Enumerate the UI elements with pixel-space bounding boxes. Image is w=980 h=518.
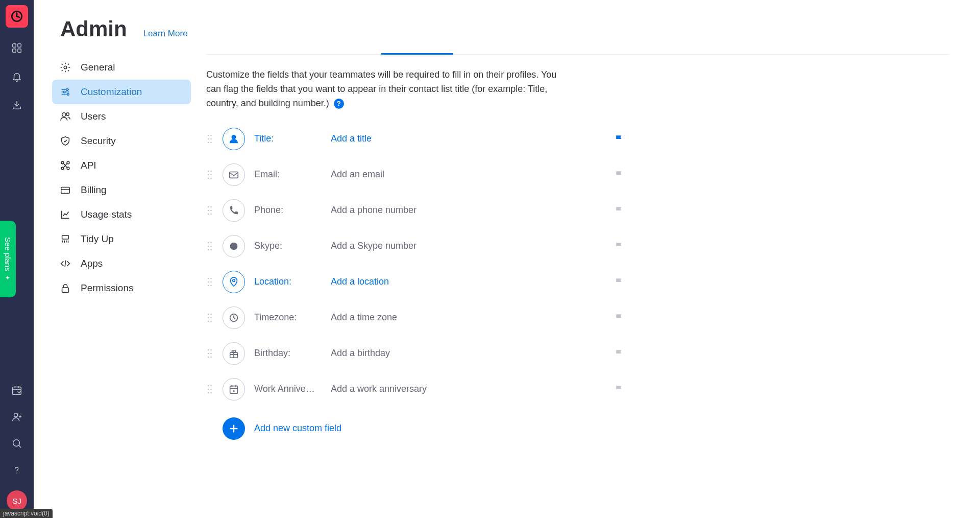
field-placeholder[interactable]: Add a time zone xyxy=(331,312,397,323)
svg-point-28 xyxy=(208,142,209,143)
sidebar-item-apps[interactable]: Apps xyxy=(52,251,191,276)
field-placeholder[interactable]: Add a title xyxy=(331,133,372,144)
drag-handle-icon[interactable] xyxy=(206,312,213,323)
flag-icon[interactable] xyxy=(614,205,625,216)
users-icon xyxy=(59,110,71,123)
drag-handle-icon[interactable] xyxy=(206,384,213,395)
flag-icon[interactable] xyxy=(614,348,625,359)
learn-more-link[interactable]: Learn More xyxy=(143,29,188,39)
sidebar-item-general[interactable]: General xyxy=(52,55,191,80)
sidebar-item-label: General xyxy=(81,62,115,73)
field-placeholder[interactable]: Add a Skype number xyxy=(331,241,416,251)
svg-text:S: S xyxy=(232,243,236,249)
svg-rect-4 xyxy=(18,44,21,47)
help-badge[interactable]: ? xyxy=(334,99,344,109)
main-panel: Branding Features Boards User profile Cu… xyxy=(206,49,980,516)
my-week-icon[interactable] xyxy=(11,384,23,396)
flag-icon[interactable] xyxy=(614,241,625,252)
inbox-icon[interactable] xyxy=(11,99,23,111)
avatar[interactable]: SJ xyxy=(7,490,27,511)
flag-icon[interactable] xyxy=(614,169,625,180)
field-placeholder[interactable]: Add a location xyxy=(331,276,389,287)
svg-point-75 xyxy=(208,388,209,390)
tab-boards[interactable]: Boards xyxy=(328,49,381,54)
sidebar-item-api[interactable]: API xyxy=(52,153,191,178)
svg-point-39 xyxy=(210,206,212,207)
description-text: Customize the fields that your teammates… xyxy=(206,68,574,111)
flag-icon[interactable] xyxy=(614,276,625,288)
svg-point-44 xyxy=(208,242,209,243)
page-title: Admin xyxy=(60,18,127,40)
svg-point-41 xyxy=(210,209,212,211)
svg-point-59 xyxy=(208,313,209,315)
sidebar-item-label: Tidy Up xyxy=(81,233,114,245)
svg-point-32 xyxy=(210,170,212,172)
svg-point-35 xyxy=(208,177,209,179)
field-placeholder[interactable]: Add a birthday xyxy=(331,348,390,359)
sidebar-item-label: API xyxy=(81,160,96,171)
svg-point-61 xyxy=(208,317,209,318)
svg-point-31 xyxy=(208,170,209,172)
field-placeholder[interactable]: Add an email xyxy=(331,169,384,180)
svg-point-70 xyxy=(208,356,209,358)
sidebar-item-label: Apps xyxy=(81,258,103,269)
add-field-row: Add new custom field xyxy=(223,417,625,440)
svg-point-24 xyxy=(208,134,209,136)
add-field-button[interactable] xyxy=(223,417,245,440)
sparkle-icon: ✦ xyxy=(5,274,12,281)
drag-handle-icon[interactable] xyxy=(206,241,213,252)
help-icon[interactable] xyxy=(11,464,23,476)
search-icon[interactable] xyxy=(11,437,23,450)
svg-point-77 xyxy=(208,392,209,393)
sidebar-item-tidy[interactable]: Tidy Up xyxy=(52,227,191,251)
svg-point-52 xyxy=(208,277,209,279)
field-label: Email: xyxy=(254,169,331,180)
flag-icon[interactable] xyxy=(614,312,625,323)
svg-rect-7 xyxy=(13,387,21,395)
invite-icon[interactable] xyxy=(11,411,23,423)
svg-point-56 xyxy=(208,285,209,286)
svg-point-9 xyxy=(13,440,20,446)
svg-point-53 xyxy=(210,277,212,279)
sidebar-item-users[interactable]: Users xyxy=(52,104,191,129)
sidebar-item-customization[interactable]: Customization xyxy=(52,80,191,104)
sidebar-item-billing[interactable]: Billing xyxy=(52,178,191,202)
sidebar-item-label: Usage stats xyxy=(81,209,132,220)
pin-icon xyxy=(223,271,245,293)
app-logo[interactable] xyxy=(6,5,28,28)
svg-point-8 xyxy=(14,413,18,417)
field-label: Title: xyxy=(254,133,331,144)
svg-point-76 xyxy=(210,388,212,390)
tab-branding[interactable]: Branding xyxy=(206,49,267,54)
sidebar-item-security[interactable]: Security xyxy=(52,129,191,153)
field-placeholder[interactable]: Add a phone number xyxy=(331,205,416,216)
drag-handle-icon[interactable] xyxy=(206,133,213,145)
svg-line-2 xyxy=(17,16,19,17)
sidebar-item-label: Security xyxy=(81,135,116,147)
field-placeholder[interactable]: Add a work anniversary xyxy=(331,384,427,394)
svg-point-71 xyxy=(210,356,212,358)
tab-features[interactable]: Features xyxy=(267,49,328,54)
see-plans-button[interactable]: ✦See plans xyxy=(0,221,16,297)
svg-point-38 xyxy=(208,206,209,207)
drag-handle-icon[interactable] xyxy=(206,276,213,288)
tab-user-profile[interactable]: User profile xyxy=(381,49,453,54)
notifications-icon[interactable] xyxy=(11,70,23,83)
logo-icon xyxy=(10,10,23,23)
drag-handle-icon[interactable] xyxy=(206,169,213,180)
svg-point-78 xyxy=(210,392,212,393)
svg-rect-22 xyxy=(62,236,69,239)
svg-point-60 xyxy=(210,313,212,315)
svg-rect-23 xyxy=(62,288,69,292)
flag-icon[interactable] xyxy=(614,133,625,145)
drag-handle-icon[interactable] xyxy=(206,348,213,359)
sidebar-item-permissions[interactable]: Permissions xyxy=(52,276,191,300)
flag-icon[interactable] xyxy=(614,384,625,395)
drag-handle-icon[interactable] xyxy=(206,205,213,216)
clock-icon xyxy=(223,307,245,329)
sidebar-item-usage[interactable]: Usage stats xyxy=(52,202,191,227)
shredder-icon xyxy=(59,233,71,245)
workspaces-icon[interactable] xyxy=(11,42,23,54)
add-field-label[interactable]: Add new custom field xyxy=(254,423,341,434)
phone-icon xyxy=(223,199,245,222)
